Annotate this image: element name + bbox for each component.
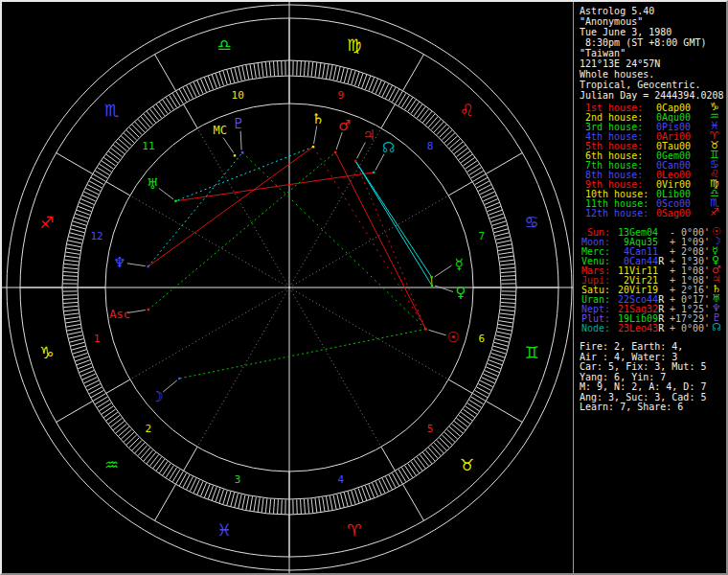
degree-tick (454, 421, 466, 429)
degree-tick (153, 106, 162, 118)
aspect-sextile-jupiter-mercury (355, 161, 431, 277)
sun-icon: ☉ (447, 329, 460, 346)
degree-tick (473, 394, 486, 402)
degree-tick (254, 497, 256, 512)
degree-tick (405, 466, 413, 478)
degree-tick (417, 457, 425, 469)
sign-boundary (155, 484, 176, 520)
planet-row-icon: ☊ (712, 323, 721, 333)
degree-tick (466, 406, 477, 414)
degree-tick (119, 426, 129, 436)
degree-tick (63, 306, 78, 307)
degree-tick (138, 119, 148, 129)
degree-tick (227, 70, 231, 83)
degree-tick (323, 63, 325, 78)
degree-tick (326, 496, 329, 511)
asc-label: Asc (109, 308, 130, 321)
degree-tick (492, 350, 506, 354)
degree-tick (132, 440, 142, 450)
node-pointer (375, 154, 384, 171)
degree-tick (449, 139, 460, 149)
degree-tick (362, 75, 367, 88)
degree-tick (398, 470, 406, 482)
sun-dot (424, 328, 426, 330)
degree-tick (311, 62, 313, 77)
planet-row-motion: + 0°00' (670, 324, 710, 334)
header-line-8: Tropical, Geocentric. (580, 80, 700, 90)
degree-tick (495, 339, 510, 343)
degree-tick (64, 313, 79, 315)
planet-row-label: Node: (581, 324, 610, 334)
degree-tick (297, 61, 298, 76)
house-number-1: 1 (94, 333, 101, 345)
header-line-1: Astrolog 5.40 (580, 7, 654, 16)
degree-tick (304, 61, 305, 76)
degree-tick (282, 61, 283, 76)
degree-tick (434, 122, 444, 132)
degree-tick (97, 400, 109, 407)
mars-pointer (336, 132, 342, 150)
degree-tick (64, 260, 79, 262)
degree-tick (69, 237, 83, 240)
degree-tick (493, 225, 507, 229)
stat-line-7: Learn: 7, Share: 6 (580, 402, 683, 412)
degree-tick (396, 472, 403, 484)
degree-tick (500, 260, 514, 262)
degree-tick (113, 421, 125, 429)
degree-tick (398, 93, 406, 105)
degree-tick (170, 468, 177, 480)
degree-tick (65, 317, 80, 319)
degree-tick (269, 61, 270, 76)
degree-tick (269, 499, 270, 514)
degree-tick (466, 161, 477, 169)
degree-tick (141, 117, 150, 127)
degree-tick (170, 95, 177, 107)
aries-sign-icon: ♈ (347, 520, 361, 540)
degree-tick (405, 98, 413, 110)
degree-tick (212, 487, 216, 500)
mercury-dot (430, 276, 432, 278)
uranus-icon: ♅ (147, 175, 159, 193)
degree-tick (471, 397, 484, 404)
degree-tick (467, 403, 480, 411)
aspect-trine-sun-moon (179, 329, 425, 379)
house-cusp-spoke (130, 288, 289, 380)
degree-tick (93, 394, 105, 402)
degree-tick (176, 91, 184, 104)
degree-tick (411, 461, 420, 472)
pluto-dot (241, 151, 243, 153)
degree-tick (113, 145, 125, 153)
degree-tick (73, 350, 86, 354)
degree-tick (64, 264, 79, 265)
sign-boundary (486, 402, 522, 423)
degree-tick (141, 448, 150, 458)
degree-tick (147, 111, 155, 123)
taurus-sign-icon: ♉ (460, 455, 474, 474)
mc-label: MC (214, 124, 227, 137)
degree-tick (111, 148, 123, 156)
degree-tick (499, 252, 513, 254)
degree-tick (352, 491, 355, 504)
degree-tick (103, 409, 115, 418)
sign-boundary (57, 153, 93, 174)
sagittarius-sign-icon: ♐ (39, 213, 54, 232)
degree-tick (319, 63, 321, 78)
house-number-11: 11 (142, 140, 154, 152)
degree-tick (250, 496, 253, 511)
degree-tick (301, 61, 302, 76)
degree-tick (147, 452, 155, 464)
degree-tick (106, 154, 118, 163)
degree-tick (100, 403, 112, 411)
stat-line-5: M: 9, N: 2, A: 4, D: 7 (580, 382, 706, 392)
aspect-sextile-neptune-pluto (148, 152, 242, 266)
degree-tick (156, 104, 165, 116)
house-number-7: 7 (479, 230, 486, 242)
degree-tick (408, 464, 416, 475)
degree-tick (499, 317, 513, 319)
degree-tick (63, 295, 78, 296)
gemini-sign-icon: ♊ (524, 343, 538, 362)
degree-tick (126, 130, 137, 140)
uranus-pointer (159, 188, 173, 199)
house-cusp-stub (184, 104, 198, 128)
degree-tick (354, 490, 359, 503)
